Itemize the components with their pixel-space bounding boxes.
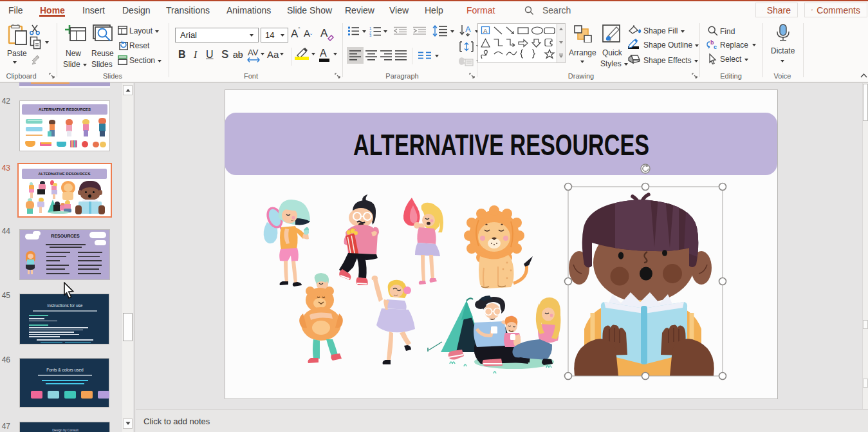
svg-text:3: 3 bbox=[369, 33, 372, 37]
svg-text:c: c bbox=[714, 44, 717, 50]
svg-text:A: A bbox=[465, 24, 471, 34]
svg-text:A: A bbox=[483, 28, 487, 34]
